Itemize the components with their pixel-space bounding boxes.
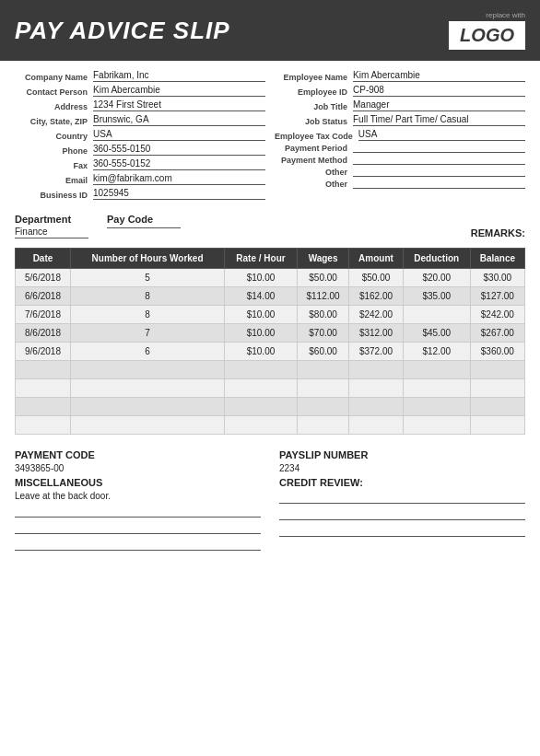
table-cell: $10.00 bbox=[225, 269, 298, 287]
table-header-row: Date Number of Hours Worked Rate / Hour … bbox=[16, 249, 525, 269]
table-row: 7/6/20188$10.00$80.00$242.00$242.00 bbox=[16, 306, 525, 324]
company-name-value: Fabrikam, Inc bbox=[93, 70, 265, 82]
emp-id-label: Employee ID bbox=[275, 87, 353, 97]
fax-label: Fax bbox=[15, 161, 93, 170]
table-cell: $60.00 bbox=[297, 343, 348, 361]
table-cell: $162.00 bbox=[349, 287, 403, 306]
paycode-value bbox=[107, 227, 181, 228]
table-section: Date Number of Hours Worked Rate / Hour … bbox=[0, 240, 540, 442]
employee-col: Employee Name Kim Abercambie Employee ID… bbox=[275, 70, 525, 203]
bottom-section: PAYMENT CODE 3493865-00 MISCELLANEOUS Le… bbox=[0, 442, 540, 562]
table-cell: $242.00 bbox=[349, 306, 403, 324]
job-title-row: Job Title Manager bbox=[275, 99, 525, 111]
payment-code-label: PAYMENT CODE bbox=[15, 449, 261, 460]
credit-line1 bbox=[279, 491, 525, 504]
payment-code-value: 3493865-00 bbox=[15, 463, 261, 473]
emp-name-label: Employee Name bbox=[275, 73, 353, 82]
method-value bbox=[353, 163, 525, 165]
job-status-row: Job Status Full Time/ Part Time/ Casual bbox=[275, 114, 525, 126]
col-date: Date bbox=[16, 249, 71, 269]
table-cell: $242.00 bbox=[470, 306, 524, 324]
period-value bbox=[353, 151, 525, 153]
country-value: USA bbox=[93, 129, 265, 141]
other1-value bbox=[353, 175, 525, 177]
remarks-section: REMARKS: bbox=[190, 227, 525, 238]
info-section: Company Name Fabrikam, Inc Contact Perso… bbox=[0, 61, 540, 208]
other1-label: Other bbox=[275, 168, 353, 177]
table-cell: 8 bbox=[70, 287, 224, 306]
misc-label: MISCELLANEOUS bbox=[15, 477, 261, 488]
pay-table: Date Number of Hours Worked Rate / Hour … bbox=[15, 248, 525, 435]
table-cell: $127.00 bbox=[470, 287, 524, 306]
dept-item: Department Finance bbox=[15, 214, 88, 238]
payment-col: PAYMENT CODE 3493865-00 MISCELLANEOUS Le… bbox=[15, 449, 261, 554]
table-cell: $360.00 bbox=[470, 343, 524, 361]
table-row: 6/6/20188$14.00$112.00$162.00$35.00$127.… bbox=[16, 287, 525, 306]
empty-row bbox=[16, 361, 525, 379]
table-cell: $112.00 bbox=[297, 287, 348, 306]
empty-row bbox=[16, 379, 525, 398]
phone-row: Phone 360-555-0150 bbox=[15, 144, 265, 156]
table-cell: $10.00 bbox=[225, 306, 298, 324]
email-label: Email bbox=[15, 176, 93, 185]
table-cell: 6 bbox=[70, 343, 224, 361]
table-cell: 9/6/2018 bbox=[16, 343, 71, 361]
logo-area: replace with LOGO bbox=[449, 11, 525, 50]
business-value: 1025945 bbox=[93, 188, 265, 200]
table-cell: $50.00 bbox=[297, 269, 348, 287]
table-cell: 6/6/2018 bbox=[16, 287, 71, 306]
business-row: Business ID 1025945 bbox=[15, 188, 265, 200]
contact-row: Contact Person Kim Abercambie bbox=[15, 85, 265, 97]
table-cell: $80.00 bbox=[297, 306, 348, 324]
table-cell: 8/6/2018 bbox=[16, 324, 71, 343]
city-label: City, State, ZIP bbox=[15, 117, 93, 126]
col-hours: Number of Hours Worked bbox=[70, 249, 224, 269]
table-cell: $10.00 bbox=[225, 324, 298, 343]
table-cell: $30.00 bbox=[470, 269, 524, 287]
country-label: Country bbox=[15, 132, 93, 141]
table-row: 9/6/20186$10.00$60.00$372.00$12.00$360.0… bbox=[16, 343, 525, 361]
email-value: kim@fabrikam.com bbox=[93, 173, 265, 185]
credit-label: CREDIT REVIEW: bbox=[279, 477, 525, 488]
emp-name-row: Employee Name Kim Abercambie bbox=[275, 70, 525, 82]
business-label: Business ID bbox=[15, 191, 93, 200]
credit-line3 bbox=[279, 524, 525, 537]
credit-line2 bbox=[279, 507, 525, 520]
contact-label: Contact Person bbox=[15, 87, 93, 97]
job-title-value: Manager bbox=[353, 99, 525, 111]
address-row: Address 1234 First Street bbox=[15, 99, 265, 111]
other2-value bbox=[353, 187, 525, 189]
col-deduction: Deduction bbox=[403, 249, 470, 269]
address-label: Address bbox=[15, 102, 93, 111]
table-cell: 7 bbox=[70, 324, 224, 343]
table-cell: $12.00 bbox=[403, 343, 470, 361]
address-value: 1234 First Street bbox=[93, 99, 265, 111]
table-cell: 8 bbox=[70, 306, 224, 324]
table-cell bbox=[403, 306, 470, 324]
period-label: Payment Period bbox=[275, 144, 353, 153]
country-row: Country USA bbox=[15, 129, 265, 141]
table-cell: $50.00 bbox=[349, 269, 403, 287]
misc-line2 bbox=[15, 521, 261, 534]
contact-value: Kim Abercambie bbox=[93, 85, 265, 97]
table-cell: $267.00 bbox=[470, 324, 524, 343]
logo-replace-text: replace with bbox=[449, 11, 525, 19]
fax-row: Fax 360-555-0152 bbox=[15, 158, 265, 170]
emp-id-value: CP-908 bbox=[353, 85, 525, 97]
page-title: PAY ADVICE SLIP bbox=[15, 17, 230, 45]
col-balance: Balance bbox=[470, 249, 524, 269]
other1-row: Other bbox=[275, 168, 525, 177]
remarks-label: REMARKS: bbox=[471, 227, 525, 238]
empty-row bbox=[16, 398, 525, 416]
period-row: Payment Period bbox=[275, 144, 525, 153]
table-cell: $35.00 bbox=[403, 287, 470, 306]
table-row: 8/6/20187$10.00$70.00$312.00$45.00$267.0… bbox=[16, 324, 525, 343]
table-cell: $10.00 bbox=[225, 343, 298, 361]
empty-row bbox=[16, 416, 525, 435]
table-row: 5/6/20185$10.00$50.00$50.00$20.00$30.00 bbox=[16, 269, 525, 287]
job-status-label: Job Status bbox=[275, 117, 353, 126]
table-cell: $14.00 bbox=[225, 287, 298, 306]
company-name-label: Company Name bbox=[15, 73, 93, 82]
emp-name-value: Kim Abercambie bbox=[353, 70, 525, 82]
phone-label: Phone bbox=[15, 146, 93, 156]
